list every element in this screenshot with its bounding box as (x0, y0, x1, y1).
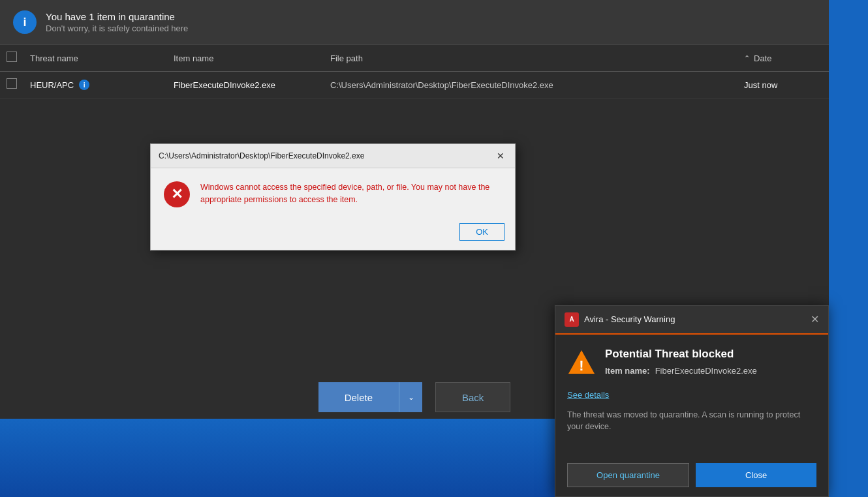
avira-title-text: Avira - Security Warning (584, 314, 675, 324)
row-date-cell: Just now (744, 80, 822, 90)
avira-panel: A Avira - Security Warning ✕ ! Potential… (555, 305, 829, 498)
banner-subtitle: Don't worry, it is safely contained here (46, 23, 188, 33)
error-icon: ✕ (164, 181, 190, 207)
open-quarantine-button[interactable]: Open quarantine (567, 463, 689, 487)
warning-triangle-icon: ! (567, 348, 596, 376)
table-row[interactable]: HEUR/APC i FiberExecuteDInvoke2.exe C:\U… (0, 72, 829, 98)
header-checkbox[interactable] (7, 52, 17, 62)
header-date: ⌃ Date (744, 53, 822, 63)
dialog-footer: OK (151, 218, 515, 250)
avira-titlebar: A Avira - Security Warning ✕ (555, 306, 828, 335)
error-dialog: C:\Users\Administrator\Desktop\FiberExec… (150, 143, 516, 250)
delete-button-group: Delete ⌄ (318, 382, 422, 412)
avira-close-button[interactable]: ✕ (811, 313, 819, 325)
avira-item-value: FiberExecuteDInvoke2.exe (655, 366, 757, 376)
item-name: FiberExecuteDInvoke2.exe (174, 80, 275, 90)
error-message: Windows cannot access the specified devi… (200, 181, 502, 206)
info-text: You have 1 item in quarantine Don't worr… (46, 11, 188, 33)
header-item: Item name (174, 52, 330, 64)
avira-alert-title: Potential Threat blocked (605, 348, 757, 361)
row-checkbox[interactable] (7, 78, 17, 89)
ok-button[interactable]: OK (459, 223, 504, 241)
header-threat: Threat name (30, 52, 174, 64)
banner-title: You have 1 item in quarantine (46, 11, 188, 22)
row-path-cell: C:\Users\Administrator\Desktop\FiberExec… (330, 79, 744, 91)
sort-arrow-icon: ⌃ (744, 54, 750, 63)
avira-item-label: Item name: (605, 366, 650, 376)
header-path: File path (330, 52, 744, 64)
file-path: C:\Users\Administrator\Desktop\FiberExec… (330, 80, 553, 90)
chevron-down-icon: ⌄ (408, 393, 414, 402)
delete-button[interactable]: Delete (318, 382, 399, 412)
back-button[interactable]: Back (435, 382, 510, 412)
date-value: Just now (744, 80, 777, 90)
header-check-col (7, 52, 30, 65)
row-item-cell: FiberExecuteDInvoke2.exe (174, 79, 330, 91)
avira-alert-content: Potential Threat blocked Item name: Fibe… (605, 348, 757, 380)
dialog-titlebar: C:\Users\Administrator\Desktop\FiberExec… (151, 144, 515, 168)
close-avira-button[interactable]: Close (696, 463, 816, 487)
avira-description: The threat was moved to quarantine. A sc… (567, 409, 816, 434)
table-header: Threat name Item name File path ⌃ Date (0, 45, 829, 72)
avira-alert-row: ! Potential Threat blocked Item name: Fi… (567, 348, 816, 380)
delete-dropdown-button[interactable]: ⌄ (399, 382, 422, 412)
avira-logo-icon: A (565, 312, 579, 327)
threat-info-icon[interactable]: i (79, 80, 89, 90)
avira-title-left: A Avira - Security Warning (565, 312, 675, 327)
error-x-icon: ✕ (171, 187, 183, 202)
dialog-close-button[interactable]: ✕ (494, 149, 507, 162)
avira-footer: Open quarantine Close (555, 457, 828, 496)
info-banner: i You have 1 item in quarantine Don't wo… (0, 0, 829, 45)
info-icon: i (13, 10, 37, 34)
row-threat-cell: HEUR/APC i (30, 80, 174, 90)
row-check-col (7, 78, 30, 91)
dialog-title: C:\Users\Administrator\Desktop\FiberExec… (159, 151, 364, 160)
right-sidebar (829, 0, 868, 497)
avira-item-row: Item name: FiberExecuteDInvoke2.exe (605, 366, 757, 376)
see-details-link[interactable]: See details (567, 390, 816, 400)
dialog-body: ✕ Windows cannot access the specified de… (151, 168, 515, 218)
avira-body: ! Potential Threat blocked Item name: Fi… (555, 335, 828, 457)
svg-text:!: ! (579, 357, 583, 374)
threat-name: HEUR/APC (30, 80, 74, 90)
